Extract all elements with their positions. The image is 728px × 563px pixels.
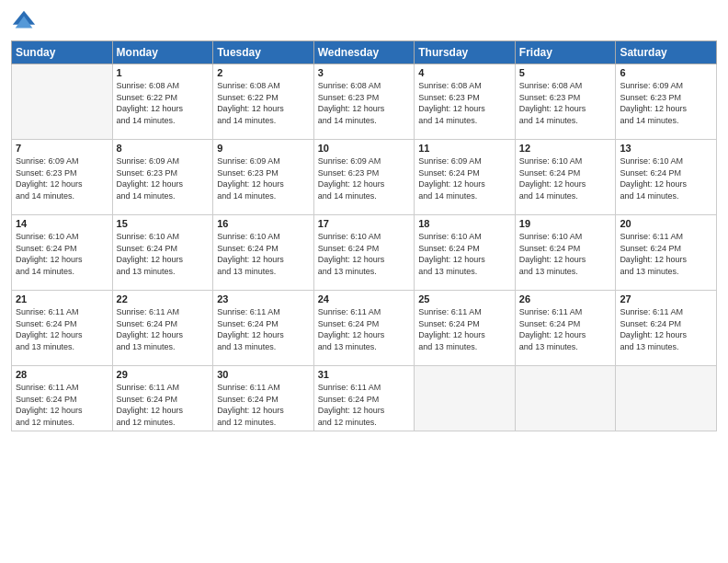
day-info: Sunrise: 6:11 AM Sunset: 6:24 PM Dayligh… [16, 306, 108, 352]
day-number: 26 [519, 293, 612, 304]
day-info: Sunrise: 6:09 AM Sunset: 6:24 PM Dayligh… [418, 155, 511, 201]
calendar-cell: 27Sunrise: 6:11 AM Sunset: 6:24 PM Dayli… [616, 291, 717, 366]
calendar-cell: 6Sunrise: 6:09 AM Sunset: 6:23 PM Daylig… [616, 64, 717, 140]
calendar-cell: 24Sunrise: 6:11 AM Sunset: 6:24 PM Dayli… [313, 291, 415, 366]
day-number: 20 [620, 218, 712, 229]
day-number: 19 [519, 218, 612, 229]
calendar-week-row: 1Sunrise: 6:08 AM Sunset: 6:22 PM Daylig… [12, 64, 717, 140]
day-info: Sunrise: 6:11 AM Sunset: 6:24 PM Dayligh… [318, 306, 411, 352]
calendar-header-wednesday: Wednesday [313, 41, 415, 64]
calendar-cell: 21Sunrise: 6:11 AM Sunset: 6:24 PM Dayli… [12, 291, 113, 366]
day-number: 6 [620, 67, 712, 78]
day-info: Sunrise: 6:08 AM Sunset: 6:23 PM Dayligh… [318, 80, 411, 126]
calendar-cell: 7Sunrise: 6:09 AM Sunset: 6:23 PM Daylig… [12, 140, 113, 215]
calendar-cell: 31Sunrise: 6:11 AM Sunset: 6:24 PM Dayli… [313, 366, 415, 431]
day-info: Sunrise: 6:11 AM Sunset: 6:24 PM Dayligh… [217, 382, 310, 428]
day-number: 24 [318, 293, 411, 304]
day-info: Sunrise: 6:11 AM Sunset: 6:24 PM Dayligh… [117, 306, 210, 352]
day-info: Sunrise: 6:11 AM Sunset: 6:24 PM Dayligh… [620, 306, 712, 352]
day-info: Sunrise: 6:10 AM Sunset: 6:24 PM Dayligh… [418, 231, 511, 277]
day-number: 7 [16, 143, 108, 154]
calendar-cell: 18Sunrise: 6:10 AM Sunset: 6:24 PM Dayli… [415, 215, 516, 291]
calendar-cell: 15Sunrise: 6:10 AM Sunset: 6:24 PM Dayli… [112, 215, 213, 291]
calendar-cell: 20Sunrise: 6:11 AM Sunset: 6:24 PM Dayli… [616, 215, 717, 291]
calendar-cell: 19Sunrise: 6:10 AM Sunset: 6:24 PM Dayli… [515, 215, 616, 291]
day-info: Sunrise: 6:08 AM Sunset: 6:23 PM Dayligh… [418, 80, 511, 126]
calendar-cell: 9Sunrise: 6:09 AM Sunset: 6:23 PM Daylig… [213, 140, 314, 215]
day-number: 27 [620, 293, 712, 304]
calendar-cell: 11Sunrise: 6:09 AM Sunset: 6:24 PM Dayli… [415, 140, 516, 215]
calendar-cell: 28Sunrise: 6:11 AM Sunset: 6:24 PM Dayli… [12, 366, 113, 431]
calendar-header-tuesday: Tuesday [213, 41, 314, 64]
calendar-cell: 12Sunrise: 6:10 AM Sunset: 6:24 PM Dayli… [515, 140, 616, 215]
day-number: 17 [318, 218, 411, 229]
calendar-cell: 22Sunrise: 6:11 AM Sunset: 6:24 PM Dayli… [112, 291, 213, 366]
day-number: 2 [217, 67, 310, 78]
calendar-cell: 2Sunrise: 6:08 AM Sunset: 6:22 PM Daylig… [213, 64, 314, 140]
day-number: 8 [117, 143, 210, 154]
day-number: 18 [418, 218, 511, 229]
day-info: Sunrise: 6:10 AM Sunset: 6:24 PM Dayligh… [519, 155, 612, 201]
day-info: Sunrise: 6:11 AM Sunset: 6:24 PM Dayligh… [418, 306, 511, 352]
calendar-cell: 10Sunrise: 6:09 AM Sunset: 6:23 PM Dayli… [313, 140, 415, 215]
day-info: Sunrise: 6:10 AM Sunset: 6:24 PM Dayligh… [217, 231, 310, 277]
day-number: 5 [519, 67, 612, 78]
calendar-header-sunday: Sunday [12, 41, 113, 64]
day-number: 30 [217, 369, 310, 380]
logo-icon [11, 9, 37, 35]
calendar-cell [515, 366, 616, 431]
day-number: 13 [620, 143, 712, 154]
calendar-cell: 29Sunrise: 6:11 AM Sunset: 6:24 PM Dayli… [112, 366, 213, 431]
day-info: Sunrise: 6:08 AM Sunset: 6:22 PM Dayligh… [217, 80, 310, 126]
day-info: Sunrise: 6:09 AM Sunset: 6:23 PM Dayligh… [217, 155, 310, 201]
day-info: Sunrise: 6:10 AM Sunset: 6:24 PM Dayligh… [318, 231, 411, 277]
day-info: Sunrise: 6:09 AM Sunset: 6:23 PM Dayligh… [16, 155, 108, 201]
calendar-cell: 3Sunrise: 6:08 AM Sunset: 6:23 PM Daylig… [313, 64, 415, 140]
day-number: 23 [217, 293, 310, 304]
calendar-cell: 14Sunrise: 6:10 AM Sunset: 6:24 PM Dayli… [12, 215, 113, 291]
calendar-cell: 4Sunrise: 6:08 AM Sunset: 6:23 PM Daylig… [415, 64, 516, 140]
calendar-cell [12, 64, 113, 140]
calendar-week-row: 28Sunrise: 6:11 AM Sunset: 6:24 PM Dayli… [12, 366, 717, 431]
day-info: Sunrise: 6:08 AM Sunset: 6:23 PM Dayligh… [519, 80, 612, 126]
logo [11, 9, 40, 35]
calendar: SundayMondayTuesdayWednesdayThursdayFrid… [11, 40, 717, 431]
day-number: 10 [318, 143, 411, 154]
calendar-header-friday: Friday [515, 41, 616, 64]
calendar-header-thursday: Thursday [415, 41, 516, 64]
day-number: 29 [117, 369, 210, 380]
calendar-cell: 25Sunrise: 6:11 AM Sunset: 6:24 PM Dayli… [415, 291, 516, 366]
day-info: Sunrise: 6:08 AM Sunset: 6:22 PM Dayligh… [117, 80, 210, 126]
calendar-cell: 5Sunrise: 6:08 AM Sunset: 6:23 PM Daylig… [515, 64, 616, 140]
day-info: Sunrise: 6:09 AM Sunset: 6:23 PM Dayligh… [620, 80, 712, 126]
calendar-cell: 13Sunrise: 6:10 AM Sunset: 6:24 PM Dayli… [616, 140, 717, 215]
day-info: Sunrise: 6:11 AM Sunset: 6:24 PM Dayligh… [117, 382, 210, 428]
day-number: 22 [117, 293, 210, 304]
day-info: Sunrise: 6:11 AM Sunset: 6:24 PM Dayligh… [217, 306, 310, 352]
calendar-week-row: 21Sunrise: 6:11 AM Sunset: 6:24 PM Dayli… [12, 291, 717, 366]
day-info: Sunrise: 6:11 AM Sunset: 6:24 PM Dayligh… [16, 382, 108, 428]
day-info: Sunrise: 6:11 AM Sunset: 6:24 PM Dayligh… [620, 231, 712, 277]
header [11, 9, 717, 35]
calendar-cell: 30Sunrise: 6:11 AM Sunset: 6:24 PM Dayli… [213, 366, 314, 431]
day-number: 12 [519, 143, 612, 154]
day-number: 31 [318, 369, 411, 380]
calendar-cell: 1Sunrise: 6:08 AM Sunset: 6:22 PM Daylig… [112, 64, 213, 140]
day-info: Sunrise: 6:09 AM Sunset: 6:23 PM Dayligh… [318, 155, 411, 201]
day-number: 4 [418, 67, 511, 78]
calendar-cell: 23Sunrise: 6:11 AM Sunset: 6:24 PM Dayli… [213, 291, 314, 366]
calendar-cell: 17Sunrise: 6:10 AM Sunset: 6:24 PM Dayli… [313, 215, 415, 291]
day-number: 14 [16, 218, 108, 229]
day-info: Sunrise: 6:10 AM Sunset: 6:24 PM Dayligh… [117, 231, 210, 277]
day-number: 25 [418, 293, 511, 304]
day-number: 1 [117, 67, 210, 78]
calendar-cell [616, 366, 717, 431]
day-info: Sunrise: 6:11 AM Sunset: 6:24 PM Dayligh… [519, 306, 612, 352]
day-number: 3 [318, 67, 411, 78]
calendar-week-row: 14Sunrise: 6:10 AM Sunset: 6:24 PM Dayli… [12, 215, 717, 291]
day-number: 11 [418, 143, 511, 154]
day-info: Sunrise: 6:10 AM Sunset: 6:24 PM Dayligh… [16, 231, 108, 277]
page: SundayMondayTuesdayWednesdayThursdayFrid… [0, 0, 728, 563]
calendar-week-row: 7Sunrise: 6:09 AM Sunset: 6:23 PM Daylig… [12, 140, 717, 215]
day-info: Sunrise: 6:09 AM Sunset: 6:23 PM Dayligh… [117, 155, 210, 201]
